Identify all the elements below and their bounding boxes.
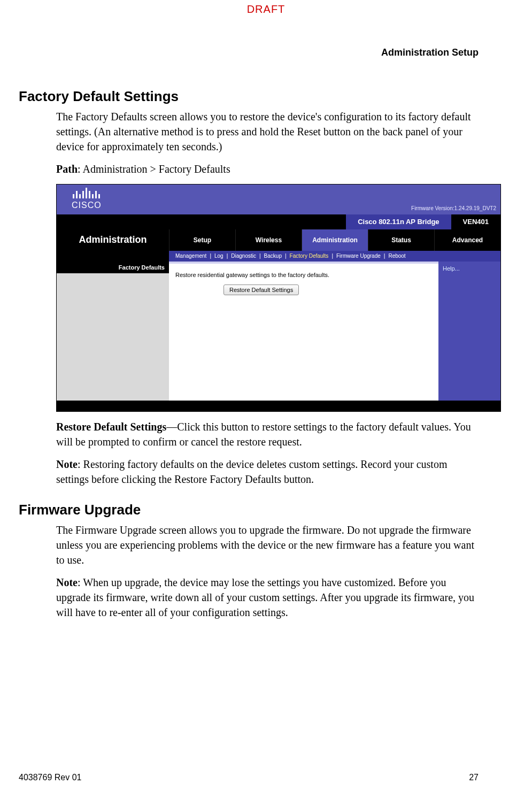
firmware-desc: The Firmware Upgrade screen allows you t… [56, 522, 479, 567]
sub-tabs: Management| Log| Diagnostic| Backup| Fac… [169, 251, 500, 262]
shot-sidebar: Factory Defaults [57, 262, 169, 401]
center-text: Restore residential gateway settings to … [175, 271, 432, 279]
note-text-2: : When up upgrade, the device may lose t… [56, 577, 474, 618]
note-label-2: Note [56, 577, 78, 588]
tab-setup[interactable]: Setup [169, 229, 235, 251]
restore-label: Restore Default Settings [56, 421, 166, 433]
path-line: Path: Administration > Factory Defaults [56, 162, 479, 176]
note-label-1: Note [56, 458, 78, 470]
shot-bottombar [57, 401, 500, 411]
factory-defaults-desc: The Factory Defaults screen allows you t… [56, 109, 479, 154]
subtab-log[interactable]: Log [211, 252, 227, 260]
help-panel[interactable]: Help... [438, 262, 500, 401]
restore-default-settings-button[interactable]: Restore Default Settings [223, 285, 299, 295]
subtab-management[interactable]: Management [172, 252, 210, 260]
tab-advanced[interactable]: Advanced [434, 229, 500, 251]
path-label: Path [56, 163, 78, 175]
restore-settings-para: Restore Default Settings—Click this butt… [56, 419, 479, 449]
draft-watermark: DRAFT [0, 3, 532, 16]
sidebar-label: Factory Defaults [119, 262, 165, 273]
section-title-factory-defaults: Factory Default Settings [19, 88, 479, 105]
footer-doc-id: 4038769 Rev 01 [19, 773, 81, 782]
cisco-logo-bars-icon [73, 188, 100, 198]
subtab-diagnostic[interactable]: Diagnostic [228, 252, 259, 260]
nav-section-title: Administration [57, 229, 169, 251]
factory-note-para: Note: Restoring factory defaults on the … [56, 457, 479, 487]
footer-page-num: 27 [469, 773, 479, 782]
path-value: : Administration > Factory Defaults [78, 163, 230, 175]
cisco-logo: CISCO [72, 188, 102, 211]
subtab-factory-defaults[interactable]: Factory Defaults [287, 252, 332, 260]
firmware-version: Firmware Version:1.24.29.19_DVT2 [411, 205, 496, 212]
shot-topbar: CISCO Firmware Version:1.24.29.19_DVT2 [57, 185, 500, 214]
tab-wireless[interactable]: Wireless [235, 229, 302, 251]
subtab-backup[interactable]: Backup [261, 252, 285, 260]
router-screenshot: CISCO Firmware Version:1.24.29.19_DVT2 C… [56, 184, 501, 412]
section-title-firmware-upgrade: Firmware Upgrade [19, 502, 479, 518]
subtab-reboot[interactable]: Reboot [385, 252, 408, 260]
shot-model-row: Cisco 802.11n AP Bridge VEN401 [57, 214, 500, 229]
subtab-firmware-upgrade[interactable]: Firmware Upgrade [333, 252, 384, 260]
tab-status[interactable]: Status [368, 229, 434, 251]
sidebar-body [57, 273, 169, 401]
cisco-brand-text: CISCO [72, 199, 102, 211]
page-header: Administration Setup [381, 47, 479, 58]
model-name: Cisco 802.11n AP Bridge [346, 214, 451, 229]
subnav-spacer [57, 251, 169, 262]
model-sku: VEN401 [451, 217, 500, 227]
center-topline [169, 262, 438, 264]
firmware-note-para: Note: When up upgrade, the device may lo… [56, 575, 479, 620]
tab-administration[interactable]: Administration [302, 229, 368, 251]
note-text-1: : Restoring factory defaults on the devi… [56, 458, 447, 485]
main-tabs: Setup Wireless Administration Status Adv… [169, 229, 500, 251]
shot-center-pane: Restore residential gateway settings to … [169, 262, 438, 401]
